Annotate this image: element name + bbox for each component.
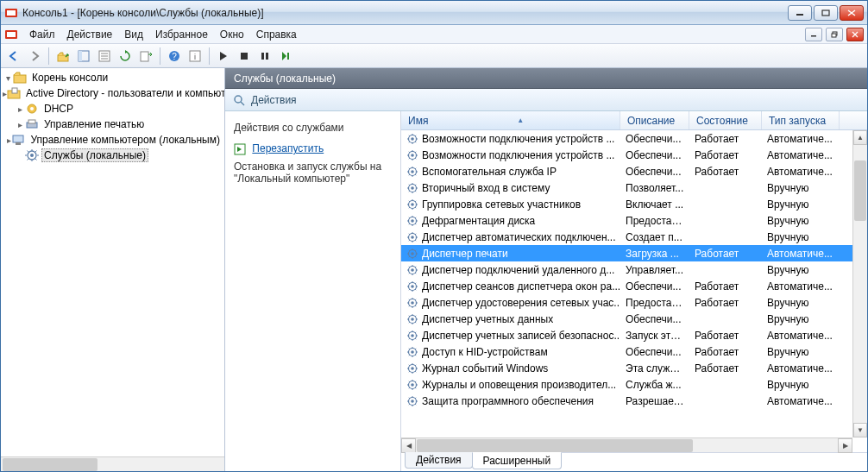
col-desc[interactable]: Описание (620, 111, 689, 129)
service-name: Журнал событий Windows (422, 362, 548, 374)
collapse-icon[interactable]: ▾ (3, 73, 13, 83)
tree-item[interactable]: ▸DHCP (3, 101, 223, 116)
col-start[interactable]: Тип запуска (762, 111, 840, 129)
tab-extended[interactable]: Расширенный (472, 452, 563, 469)
close-button[interactable] (840, 5, 864, 21)
pause-service-button[interactable] (255, 47, 274, 66)
gear-icon (406, 395, 418, 407)
mdi-minimize[interactable] (805, 28, 822, 41)
col-state[interactable]: Состояние (689, 111, 762, 129)
service-start: Вручную (762, 379, 840, 391)
service-desc: Эта служб... (620, 362, 689, 374)
service-row[interactable]: Доступ к HID-устройствамОбеспечи...Работ… (401, 343, 852, 360)
menu-window[interactable]: Окно (215, 27, 249, 42)
service-row[interactable]: Диспетчер автоматических подключен...Соз… (401, 229, 852, 245)
col-name[interactable]: Имя▲ (401, 111, 620, 129)
menu-file[interactable]: Файл (24, 27, 60, 42)
svg-rect-33 (16, 142, 21, 145)
restart-link[interactable]: Перезапустить (252, 142, 324, 154)
service-row[interactable]: Возможности подключения устройств ...Обе… (401, 130, 852, 147)
desc-heading: Действия со службами (234, 122, 392, 134)
svg-rect-8 (832, 34, 836, 37)
svg-rect-27 (12, 88, 17, 93)
maximize-button[interactable] (814, 5, 838, 21)
properties-button[interactable] (95, 47, 114, 66)
minimize-button[interactable] (788, 5, 812, 21)
console-tree[interactable]: ▾ Корень консоли ▸Active Directory - пол… (1, 68, 224, 456)
menu-favorites[interactable]: Избранное (150, 27, 213, 42)
service-row[interactable]: Вспомогательная служба IPОбеспечи...Рабо… (401, 163, 852, 179)
service-row[interactable]: Журнал событий WindowsЭта служб...Работа… (401, 360, 852, 376)
service-state: Работает (689, 149, 762, 161)
actions-label: Действия (251, 94, 297, 106)
scroll-thumb[interactable] (3, 458, 97, 471)
tree-item[interactable]: Службы (локальные) (3, 148, 223, 163)
stop-service-button[interactable] (235, 47, 254, 66)
export-button[interactable] (136, 47, 155, 66)
scroll-up[interactable]: ▲ (853, 130, 867, 145)
service-start: Вручную (762, 198, 840, 211)
svg-rect-21 (241, 53, 248, 60)
svg-point-62 (411, 318, 414, 321)
service-start: Вручную (762, 231, 840, 243)
svg-point-58 (411, 285, 414, 288)
show-hide-tree-button[interactable] (74, 47, 93, 66)
restart-service-button[interactable] (276, 47, 295, 66)
gear-icon (406, 149, 418, 161)
scroll-down[interactable]: ▼ (853, 423, 867, 437)
menu-help[interactable]: Справка (251, 27, 302, 42)
service-row[interactable]: Группировка сетевых участниковВключает .… (401, 196, 852, 212)
service-row[interactable]: Диспетчер печатиЗагрузка ...РаботаетАвто… (401, 245, 852, 261)
tree-item[interactable]: ▸Active Directory - пользователи и компь… (3, 85, 223, 101)
service-row[interactable]: Журналы и оповещения производител...Служ… (401, 376, 852, 393)
titlebar[interactable]: Консоль1 - [Корень консоли\Службы (локал… (1, 1, 867, 25)
svg-point-68 (411, 367, 414, 370)
service-start: Автоматиче... (762, 149, 840, 161)
grid-hscrollbar[interactable]: ◀ ▶ (401, 437, 852, 452)
grid-body[interactable]: Возможности подключения устройств ...Обе… (401, 130, 867, 437)
expand-icon[interactable]: ▸ (15, 104, 25, 114)
gear-icon (406, 346, 418, 358)
service-row[interactable]: Диспетчер удостоверения сетевых учас...П… (401, 294, 852, 311)
svg-point-54 (411, 252, 414, 255)
scroll-thumb[interactable] (417, 439, 693, 452)
service-row[interactable]: Диспетчер подключений удаленного д...Упр… (401, 261, 852, 278)
gear-icon (406, 264, 418, 276)
gear-icon (406, 198, 418, 211)
mdi-close[interactable] (846, 28, 864, 41)
expand-icon[interactable]: ▸ (15, 120, 25, 129)
mdi-restore[interactable] (826, 28, 843, 41)
service-name: Диспетчер сеансов диспетчера окон ра... (422, 280, 620, 293)
menu-view[interactable]: Вид (119, 27, 148, 42)
service-desc: Обеспечи... (620, 166, 689, 178)
up-button[interactable] (53, 47, 72, 66)
tree-item[interactable]: ▸Управление печатью (3, 116, 223, 132)
tree-item[interactable]: ▸Управление компьютером (локальным) (3, 132, 223, 148)
magnifier-icon (232, 93, 246, 107)
svg-point-64 (411, 334, 414, 337)
help-button[interactable]: ? (165, 47, 184, 66)
service-row[interactable]: Защита программного обеспеченияРазрешает… (401, 393, 852, 409)
grid-vscrollbar[interactable]: ▲ ▼ (852, 130, 867, 437)
svg-line-37 (241, 102, 244, 105)
service-row[interactable]: Возможности подключения устройств ...Обе… (401, 147, 852, 163)
service-desc: Служба ж... (620, 379, 689, 391)
service-row[interactable]: Диспетчер учетных записей безопаснос...З… (401, 327, 852, 343)
scroll-left[interactable]: ◀ (401, 438, 416, 453)
tab-actions[interactable]: Действия (405, 452, 473, 469)
refresh-button[interactable] (116, 47, 135, 66)
forward-button[interactable] (25, 47, 44, 66)
service-row[interactable]: Диспетчер учетных данныхОбеспечи...Вручн… (401, 311, 852, 327)
scroll-thumb[interactable] (854, 160, 866, 221)
service-row[interactable]: Дефрагментация дискаПредостав...Вручную (401, 212, 852, 229)
menu-action[interactable]: Действие (62, 27, 118, 42)
about-button[interactable]: i (186, 47, 204, 66)
service-row[interactable]: Диспетчер сеансов диспетчера окон ра...О… (401, 278, 852, 294)
back-button[interactable] (4, 47, 23, 66)
service-row[interactable]: Вторичный вход в системуПозволяет...Вруч… (401, 179, 852, 196)
tree-hscrollbar[interactable] (1, 456, 224, 471)
tree-root[interactable]: ▾ Корень консоли (3, 70, 223, 85)
start-service-button[interactable] (214, 47, 233, 66)
ad-icon (7, 86, 21, 100)
scroll-right[interactable]: ▶ (838, 438, 852, 453)
